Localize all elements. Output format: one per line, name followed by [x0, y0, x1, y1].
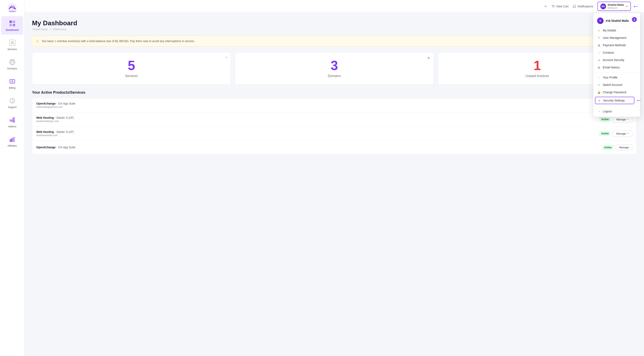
notifications-label: Notifications	[578, 5, 593, 8]
user-info: Shahid Malla ElySpace	[608, 3, 624, 9]
dropdown-item-change-password[interactable]: 🔒 Change Password	[593, 89, 640, 96]
notifications-button[interactable]: Notifications	[572, 5, 593, 8]
dropdown-item-email-history[interactable]: ▣ Email History	[593, 64, 640, 71]
sidebar-item-services[interactable]: Services	[1, 36, 23, 54]
product-list: OpenXchange - OX App Suite webhostingkas…	[32, 98, 636, 154]
breadcrumb: Portal Home / Client Area	[32, 28, 636, 31]
dropdown-label-change-password: Change Password	[603, 91, 626, 94]
dropdown-item-your-profile[interactable]: ○ Your Profile	[593, 74, 640, 81]
my-details-icon: ●	[597, 29, 601, 32]
stat-icon-services: ≡	[226, 56, 227, 59]
svg-rect-5	[13, 24, 15, 26]
account-security-icon: ◈	[597, 58, 601, 62]
stat-card-services[interactable]: ≡ 5 Services	[32, 52, 231, 85]
dropdown-label-security-settings: Security Settings	[603, 99, 625, 102]
dropdown-item-contacts[interactable]: □ Contacts	[593, 49, 640, 56]
domains-icon: www	[8, 58, 16, 66]
product-name-2: Web Hosting - Starter S (cP)	[36, 116, 74, 119]
billing-icon: $	[8, 77, 16, 85]
dropdown-arrow-icon-2	[627, 132, 629, 134]
product-info-3: Web Hosting - Starter S (cP) shaheentext…	[36, 130, 74, 137]
forward-icon	[544, 5, 547, 8]
dropdown-item-account-security[interactable]: ◈ Account Security	[593, 56, 640, 64]
products-section-title: Your Active Products/Services	[32, 90, 85, 95]
svg-point-27	[554, 8, 554, 8]
stat-number-invoices: 1	[534, 59, 541, 72]
table-row: Web Hosting - Starter S (cP) shaheentext…	[32, 126, 636, 141]
dropdown-item-user-management[interactable]: ⇅ User Management	[593, 34, 640, 42]
dropdown-item-logout[interactable]: ⊣ Logout	[593, 108, 640, 115]
dropdown-item-payment-methods[interactable]: ▣ Payment Methods	[593, 42, 640, 49]
dropdown-header: S #18 Shahid Malla 2	[593, 15, 640, 27]
user-dropdown-menu: S #18 Shahid Malla 2 ● My Details ⇅ User…	[593, 13, 640, 117]
breadcrumb-home[interactable]: Portal Home	[33, 28, 48, 31]
svg-text:www: www	[10, 60, 14, 61]
svg-point-26	[553, 8, 553, 8]
user-company-label: ElySpace	[608, 7, 624, 9]
sidebar-item-affiliates[interactable]: Affiliates	[1, 132, 23, 150]
contacts-icon: □	[597, 51, 601, 54]
cart-icon	[551, 5, 555, 8]
sidebar-item-label-services: Services	[8, 48, 17, 51]
stat-label-domains: Domains	[328, 74, 341, 78]
svg-point-8	[12, 42, 13, 43]
product-domain-1: webhostingkashmir.com	[36, 106, 76, 108]
user-menu-button[interactable]: SM Shahid Malla ElySpace	[598, 2, 631, 11]
status-badge-3: Active	[599, 131, 611, 136]
svg-rect-25	[13, 137, 15, 142]
svg-rect-4	[10, 24, 12, 26]
page-body: My Dashboard Portal Home / Client Area ⚠…	[24, 13, 644, 356]
table-row: OpenXchange - OX App Suite webhostingkas…	[32, 98, 636, 112]
security-settings-icon: ◈	[598, 99, 601, 102]
stats-grid: ≡ 5 Services ▶ 3 Domains ⚠ 1 Unpaid Invo…	[32, 52, 636, 85]
table-row: Web Hosting - Starter S (cP) kashmirstar…	[32, 112, 636, 126]
products-section-header: Your Active Products/Services ≡	[32, 90, 636, 95]
dropdown-label-switch-account: Switch Account	[603, 83, 622, 86]
sidebar-item-billing[interactable]: $ Billing	[1, 74, 23, 93]
dropdown-arrow-icon	[627, 118, 629, 120]
manage-button-2[interactable]: Manage	[613, 116, 632, 122]
product-actions-4: Active Manage	[602, 144, 632, 150]
manage-button-3[interactable]: Manage	[613, 131, 632, 137]
sidebar-item-label-addons: Addons	[8, 125, 16, 128]
svg-rect-19	[12, 117, 15, 120]
your-profile-icon: ○	[597, 76, 601, 79]
view-cart-button[interactable]: View Cart	[551, 5, 568, 8]
sidebar-item-dashboard[interactable]: Dashboard	[1, 16, 23, 35]
product-info-4: OpenXchange - OX App Suite	[36, 146, 76, 149]
dropdown-item-security-settings[interactable]: ◈ Security Settings	[595, 97, 634, 104]
product-actions-2: Active Manage	[599, 116, 632, 122]
stat-card-domains[interactable]: ▶ 3 Domains	[235, 52, 434, 85]
sidebar-item-support[interactable]: Support	[1, 93, 23, 112]
sidebar-item-addons[interactable]: + Addons	[1, 113, 23, 131]
breadcrumb-sep: /	[50, 28, 51, 31]
dropdown-label-payment-methods: Payment Methods	[603, 44, 626, 47]
dropdown-item-my-details[interactable]: ● My Details	[593, 27, 640, 34]
change-password-icon: 🔒	[597, 91, 601, 94]
product-name-4: OpenXchange - OX App Suite	[36, 146, 76, 149]
svg-rect-3	[13, 21, 15, 23]
dropdown-label-my-details: My Details	[603, 29, 616, 32]
topbar: View Cart Notifications SM Shahid Malla …	[24, 0, 644, 13]
dropdown-badge: 2	[632, 17, 637, 22]
forward-button[interactable]	[544, 5, 547, 8]
support-icon	[8, 97, 16, 105]
dropdown-item-switch-account[interactable]: ⇄ Switch Account	[593, 81, 640, 89]
dropdown-label-user-management: User Management	[603, 36, 626, 40]
product-domain-2: kashmirstartups.com	[36, 120, 74, 123]
alert-icon: ⚠	[36, 39, 39, 43]
main-content: View Cart Notifications SM Shahid Malla …	[24, 0, 644, 356]
breadcrumb-current: Client Area	[53, 28, 66, 31]
dropdown-avatar: S	[597, 18, 604, 24]
manage-button-4[interactable]: Manage	[616, 144, 632, 150]
dashboard-icon	[8, 20, 16, 27]
dropdown-divider-1	[593, 72, 640, 73]
dropdown-label-contacts: Contacts	[603, 51, 614, 54]
addons-icon: +	[8, 116, 16, 124]
sidebar-item-domains[interactable]: www Domains	[1, 55, 23, 73]
svg-text:$: $	[12, 80, 13, 83]
sidebar-logo: ElySpace	[0, 0, 24, 16]
sidebar: ElySpace Dashboard Services	[0, 0, 24, 356]
switch-account-icon: ⇄	[597, 83, 601, 86]
table-row: OpenXchange - OX App Suite Active Manage	[32, 141, 636, 154]
